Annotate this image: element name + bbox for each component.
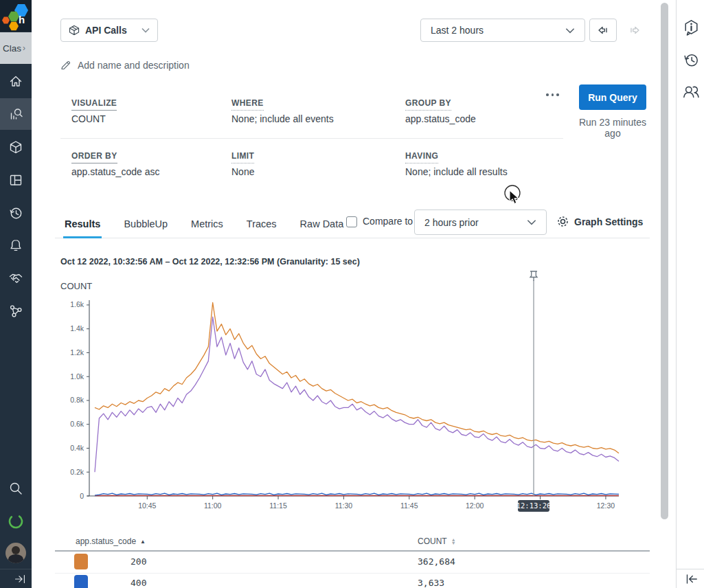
home-icon [8,74,23,89]
search-icon [8,481,23,496]
chevron-down-icon [141,27,150,33]
sort-unsorted-icon: ▲▼ [451,538,456,545]
left-sidebar: h Clas › [0,0,32,588]
chevron-right-icon: › [23,43,25,53]
expand-right-icon [14,572,27,586]
collapse-panel-button[interactable] [679,572,703,587]
query-builder-divider [60,138,563,139]
info-icon [682,19,701,37]
clause-where[interactable]: WHERE None; include all events [231,96,264,111]
logo-hex-yellow [9,21,19,31]
clause-limit[interactable]: LIMIT None [231,149,254,163]
logo-letter: h [19,14,25,25]
column-header-status-code[interactable]: app.status_code ▲ [76,536,146,546]
svg-text:1.4k: 1.4k [70,324,84,332]
gear-icon [556,215,569,228]
sidebar-item-home[interactable] [0,65,32,97]
pencil-icon [60,60,71,71]
usage-ring-icon [8,513,24,530]
table-header-divider [55,550,650,552]
svg-text:11:45: 11:45 [400,501,418,510]
table-row-divider [55,573,650,574]
sidebar-item-service-map[interactable] [0,295,32,327]
arrow-back-icon [595,23,611,38]
chart-time-range-title: Oct 12 2022, 10:32:56 AM – Oct 12 2022, … [60,257,360,267]
tab-metrics[interactable]: Metrics [190,209,225,238]
tab-raw-data[interactable]: Raw Data [299,209,345,238]
history-icon [682,51,701,69]
svg-text:11:15: 11:15 [269,501,287,510]
graph-settings-button[interactable]: Graph Settings [556,215,643,228]
history-back-button[interactable] [589,19,617,42]
time-range-value: Last 2 hours [431,25,484,36]
sidebar-item-activity-history[interactable] [0,197,32,229]
compare-range-value: 2 hours prior [424,217,479,228]
svg-text:1.2k: 1.2k [70,348,84,357]
svg-text:10:45: 10:45 [138,501,156,510]
svg-text:11:30: 11:30 [335,501,353,510]
count-value: 3,633 [418,578,444,588]
sidebar-item-boards[interactable] [0,164,32,196]
team-activity-button[interactable] [679,80,703,104]
series-swatch-200 [74,554,88,569]
sidebar-item-datasets[interactable] [0,131,32,163]
history-forward-button[interactable] [621,19,648,42]
tab-results[interactable]: Results [63,209,102,238]
sidebar-item-slos[interactable] [0,262,32,294]
sidebar-item-triggers[interactable] [0,229,32,261]
right-sidebar [676,0,704,588]
clause-order-by[interactable]: ORDER BY app.status_code asc [71,149,117,163]
add-name-label: Add name and description [78,60,190,71]
service-map-icon [8,304,23,319]
tab-traces[interactable]: Traces [245,209,278,238]
sidebar-usage-status[interactable] [0,506,32,537]
clause-visualize[interactable]: VISUALIZE COUNT [71,96,117,111]
sidebar-expand-button[interactable] [10,571,32,587]
user-avatar[interactable] [5,543,26,563]
environment-label: Clas [3,43,21,54]
environment-switcher[interactable]: Clas › [0,32,32,64]
svg-text:11:00: 11:00 [204,501,222,510]
more-options-icon[interactable] [546,93,559,96]
arrow-forward-icon [627,23,642,38]
sidebar-item-query-results[interactable] [0,98,32,130]
last-run-status: Run 23 minutes ago [576,117,650,139]
compare-range-select[interactable]: 2 hours prior [414,210,547,235]
compare-to-checkbox[interactable] [346,216,357,227]
history-clock-icon [8,205,23,220]
query-history-button[interactable] [679,47,703,72]
results-chart[interactable]: 00.2k0.4k0.6k0.8k1.0k1.2k1.4k1.6k10:4511… [62,268,628,519]
series-swatch-400 [74,575,88,588]
dataset-name: API Calls [85,25,127,36]
honeycomb-logo[interactable]: h [0,0,32,32]
vertical-scrollbar[interactable] [661,3,668,519]
clause-having[interactable]: HAVING None; include all results [405,149,438,163]
dataset-info-button[interactable] [679,15,703,40]
bell-icon [8,238,23,253]
sidebar-search[interactable] [0,473,32,504]
clause-group-by[interactable]: GROUP BY app.status_code [405,96,451,111]
svg-text:0.8k: 0.8k [70,396,84,404]
svg-text:12:13:26: 12:13:26 [516,501,552,510]
compare-to-label: Compare to [363,216,413,227]
handshake-icon [8,271,23,286]
svg-text:0.2k: 0.2k [70,468,84,476]
svg-text:0.6k: 0.6k [70,420,84,428]
run-query-button[interactable]: Run Query [579,84,646,110]
add-name-description[interactable]: Add name and description [60,60,190,71]
count-value: 362,684 [418,556,455,567]
cube-icon [8,139,23,155]
svg-text:1.6k: 1.6k [70,300,84,308]
column-header-count[interactable]: COUNT ▲▼ [418,536,456,546]
query-results-icon [8,106,23,122]
honeycomb-query-page: h Clas › [0,0,704,588]
chevron-down-icon [527,219,536,225]
dataset-package-icon [69,25,80,36]
dataset-selector[interactable]: API Calls [60,19,158,42]
svg-text:0: 0 [80,492,84,500]
time-range-select[interactable]: Last 2 hours [420,19,585,42]
team-icon [682,83,701,102]
svg-text:12:30: 12:30 [597,501,615,510]
chevron-down-icon [565,27,575,34]
tab-bubbleup[interactable]: BubbleUp [122,209,169,238]
